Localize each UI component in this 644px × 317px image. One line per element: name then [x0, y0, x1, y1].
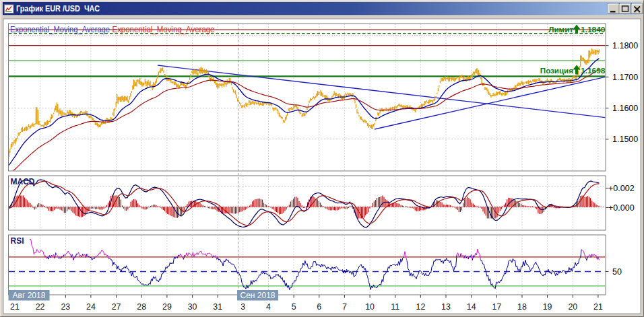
svg-text:13: 13	[441, 302, 451, 312]
svg-text:1.1800: 1.1800	[612, 41, 638, 50]
svg-text:24: 24	[86, 302, 96, 312]
svg-text:1.1700: 1.1700	[612, 73, 638, 82]
svg-text:Сен 2018: Сен 2018	[240, 291, 276, 300]
svg-text:4: 4	[266, 302, 271, 312]
svg-text:19: 19	[543, 302, 552, 312]
svg-text:Авг 2018: Авг 2018	[13, 291, 46, 300]
svg-text:50: 50	[612, 267, 622, 277]
svg-text:1.1600: 1.1600	[612, 104, 638, 113]
svg-text:Exponential_Moving_Average: Exponential_Moving_Average	[112, 25, 215, 34]
svg-text:График EUR /USD ЧАС: График EUR /USD ЧАС	[16, 4, 100, 13]
svg-text:21: 21	[593, 302, 603, 312]
svg-text:6: 6	[317, 302, 321, 312]
svg-text:1.1500: 1.1500	[612, 135, 638, 144]
svg-text:+0.000: +0.000	[608, 203, 635, 213]
svg-text:14: 14	[467, 302, 476, 312]
svg-text:11: 11	[391, 302, 399, 312]
svg-text:29: 29	[162, 302, 172, 312]
svg-text:28: 28	[137, 302, 146, 312]
svg-text:17: 17	[492, 302, 502, 312]
svg-text:7: 7	[342, 302, 347, 312]
svg-text:31: 31	[213, 302, 222, 312]
svg-text:12: 12	[416, 302, 426, 312]
svg-text:30: 30	[188, 302, 197, 312]
svg-text:1.1840: 1.1840	[581, 25, 606, 34]
svg-text:27: 27	[112, 302, 121, 312]
svg-text:Лимит: Лимит	[548, 25, 573, 34]
svg-text:20: 20	[568, 302, 577, 312]
svg-text:21: 21	[10, 302, 20, 312]
svg-text:10: 10	[365, 302, 375, 312]
svg-text:Позиция: Позиция	[540, 66, 573, 75]
svg-text:5: 5	[292, 302, 296, 312]
svg-text:+0.002: +0.002	[608, 184, 635, 193]
svg-text:MACD: MACD	[11, 177, 35, 186]
svg-text:18: 18	[517, 302, 527, 312]
svg-text:1.1698: 1.1698	[581, 66, 606, 75]
svg-text:3: 3	[240, 302, 245, 312]
svg-text:23: 23	[61, 302, 70, 312]
svg-text:Exponential_Moving_Average: Exponential_Moving_Average	[10, 25, 110, 34]
svg-text:22: 22	[36, 302, 45, 312]
svg-text:RSI: RSI	[11, 236, 24, 246]
